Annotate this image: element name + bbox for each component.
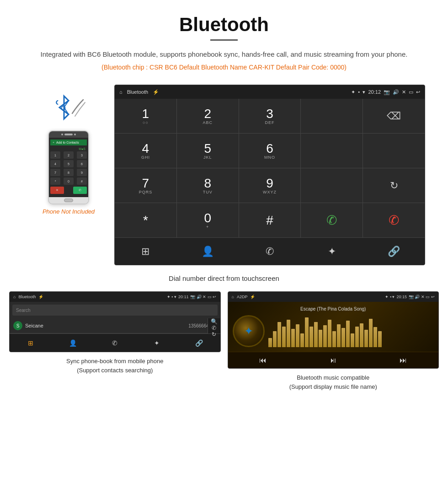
bluetooth-nav-button[interactable]: ✦	[301, 238, 363, 265]
title-underline	[210, 39, 238, 41]
back-icon[interactable]: ↩	[416, 89, 420, 95]
music-status-bar: ⌂ A2DP ⚡ ✦ ⦁ ▾ 20:15 📷 🔊 ✕ ▭ ↩	[228, 292, 439, 302]
music-home-icon[interactable]: ⌂	[232, 295, 234, 299]
key-2[interactable]: 2 ABC	[177, 99, 239, 133]
empty-cell-3	[363, 134, 425, 168]
music-caption: Bluetooth music compatible (Support disp…	[289, 373, 377, 391]
contact-row-seicane[interactable]: S Seicane 13566664466	[10, 318, 220, 333]
link-nav-button[interactable]: 🔗	[363, 238, 425, 265]
pb-app-title: Bluetooth	[18, 295, 36, 299]
key-9[interactable]: 9 WXYZ	[239, 168, 301, 203]
prev-track-button[interactable]: ⏮	[259, 356, 267, 365]
home-icon[interactable]: ⌂	[119, 89, 123, 95]
answer-call-button[interactable]: ✆	[301, 203, 363, 237]
pb-time: 20:11	[178, 295, 189, 299]
close-icon[interactable]: ✕	[402, 89, 406, 95]
empty-cell-4	[301, 168, 363, 203]
key-0[interactable]: 0 +	[177, 203, 239, 237]
album-bluetooth-icon: ✦	[244, 325, 253, 338]
contact-avatar: S	[13, 321, 22, 330]
key-6[interactable]: 6 MNO	[239, 134, 301, 168]
pb-nav-phone[interactable]: ✆	[94, 334, 136, 352]
phonebook-card: ⌂ Bluetooth ⚡ ✦ ⦁ ▾ 20:11 📷 🔊 ✕ ▭ ↩ Sear…	[9, 291, 221, 391]
volume-icon[interactable]: 🔊	[393, 89, 399, 95]
phone-body: ＋Add to Contacts M●S 123 456 789 *0# ✕ ✆	[48, 130, 89, 204]
time-display: 20:12	[368, 89, 381, 95]
page-header: Bluetooth Integrated with BC6 Bluetooth …	[0, 0, 448, 85]
pb-search-bar[interactable]: Search	[12, 305, 218, 316]
album-art: ✦	[233, 315, 265, 347]
key-1[interactable]: 1 ○○	[115, 99, 176, 133]
phonebook-caption: Sync phone-book from mobile phone (Suppo…	[66, 357, 163, 375]
gps-icon: ⦁	[358, 89, 360, 95]
pb-contacts-area: S Seicane 13566664466 🔍 ✆ ↻	[10, 318, 220, 333]
usb-icon: ⚡	[153, 89, 159, 95]
pb-nav-dialpad[interactable]: ⊞	[10, 334, 52, 352]
pb-mini-nav: ⊞ 👤 ✆ ✦ 🔗	[10, 333, 220, 352]
page-title: Bluetooth	[9, 14, 439, 36]
key-3[interactable]: 3 DEF	[239, 99, 301, 133]
bluetooth-status-icon: ✦	[351, 89, 355, 95]
phone-nav-button[interactable]: ✆	[239, 238, 301, 265]
pb-usb-icon: ⚡	[38, 295, 43, 299]
key-7[interactable]: 7 PQRS	[115, 168, 176, 203]
dialpad-nav-button[interactable]: ⊞	[115, 238, 176, 265]
specs-line: (Bluetooth chip : CSR BC6 Default Blueto…	[9, 64, 439, 71]
music-card: ⌂ A2DP ⚡ ✦ ⦁ ▾ 20:15 📷 🔊 ✕ ▭ ↩ Escape (T…	[228, 291, 439, 391]
phone-not-included-label: Phone Not Included	[43, 208, 95, 215]
contacts-nav-button[interactable]: 👤	[177, 238, 239, 265]
pb-search-side-icon[interactable]: 🔍	[211, 318, 218, 325]
page-description: Integrated with BC6 Bluetooth module, su…	[9, 49, 439, 60]
play-pause-button[interactable]: ⏯	[330, 356, 337, 365]
phonebook-screen: ⌂ Bluetooth ⚡ ✦ ⦁ ▾ 20:11 📷 🔊 ✕ ▭ ↩ Sear…	[9, 291, 221, 352]
backspace-button[interactable]: ⌫	[363, 99, 425, 133]
key-4[interactable]: 4 GHI	[115, 134, 176, 168]
key-hash[interactable]: #	[239, 203, 301, 237]
end-call-button[interactable]: ✆	[363, 203, 425, 237]
reload-button[interactable]: ↻	[363, 168, 425, 203]
dial-screen: ⌂ Bluetooth ⚡ ✦ ⦁ ▾ 20:12 📷 🔊 ✕ ▭ ↩ 1 ○○	[114, 85, 425, 265]
pb-nav-user[interactable]: 👤	[52, 334, 94, 352]
camera-icon[interactable]: 📷	[384, 89, 390, 95]
music-content-area: Escape (The Pina Colada Song) ✦	[228, 302, 439, 352]
music-screen: ⌂ A2DP ⚡ ✦ ⦁ ▾ 20:15 📷 🔊 ✕ ▭ ↩ Escape (T…	[228, 291, 439, 369]
signal-icon: ▾	[363, 89, 365, 95]
key-star[interactable]: *	[115, 203, 176, 237]
pb-side-icons: 🔍 ✆ ↻	[208, 318, 220, 333]
pb-reload-side-icon[interactable]: ↻	[212, 331, 216, 338]
empty-cell-2	[301, 134, 363, 168]
key-8[interactable]: 8 TUV	[177, 168, 239, 203]
phone-mock-area: ʿ◦	[23, 85, 114, 215]
music-app-title: A2DP	[237, 295, 248, 299]
pb-status-bar: ⌂ Bluetooth ⚡ ✦ ⦁ ▾ 20:11 📷 🔊 ✕ ▭ ↩	[10, 292, 220, 302]
dial-caption: Dial number direct from touchscreen	[0, 274, 448, 282]
key-5[interactable]: 5 JKL	[177, 134, 239, 168]
pb-call-side-icon[interactable]: ✆	[212, 325, 216, 331]
pb-home-icon[interactable]: ⌂	[13, 295, 16, 299]
dial-grid: 1 ○○ 2 ABC 3 DEF ⌫ 4 GHI 5 JKL	[115, 99, 425, 237]
status-bar: ⌂ Bluetooth ⚡ ✦ ⦁ ▾ 20:12 📷 🔊 ✕ ▭ ↩	[115, 85, 425, 99]
bluetooth-icon-area: ʿ◦	[50, 94, 87, 126]
app-title: Bluetooth	[127, 89, 148, 95]
bottom-nav: ⊞ 👤 ✆ ✦ 🔗	[115, 237, 425, 265]
bottom-section: ⌂ Bluetooth ⚡ ✦ ⦁ ▾ 20:11 📷 🔊 ✕ ▭ ↩ Sear…	[0, 291, 448, 405]
empty-cell-1	[301, 99, 363, 133]
music-song-title: Escape (The Pina Colada Song)	[233, 306, 434, 311]
music-time: 20:15	[396, 295, 407, 299]
contact-name: Seicane	[25, 323, 188, 328]
music-equalizer	[268, 315, 434, 347]
main-section: ʿ◦	[0, 85, 448, 270]
music-usb-icon: ⚡	[250, 295, 255, 299]
pb-search-placeholder: Search	[16, 308, 31, 313]
music-controls: ⏮ ⏯ ⏭	[228, 352, 439, 368]
next-track-button[interactable]: ⏭	[400, 356, 407, 365]
pb-nav-bluetooth[interactable]: ✦	[136, 334, 178, 352]
window-icon[interactable]: ▭	[409, 89, 413, 95]
